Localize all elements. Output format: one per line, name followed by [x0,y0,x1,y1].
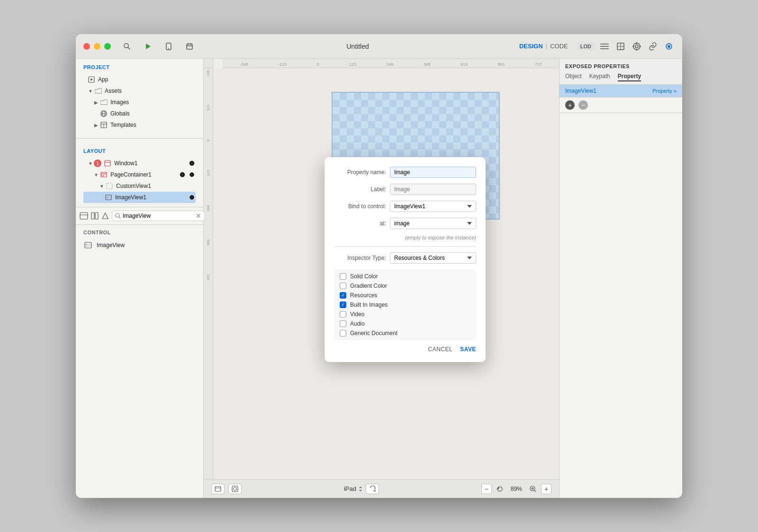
audio-checkbox[interactable] [340,320,346,327]
sidebar-item-window1[interactable]: ▼ 1 Window1 [83,158,196,169]
imageview-control-label: ImageView [97,242,196,248]
tab-object[interactable]: Object [565,73,582,81]
svg-marker-2 [146,44,151,49]
calendar-icon[interactable] [183,40,196,53]
pagecontainer1-add-icon[interactable] [179,171,186,178]
ruler-area: -246 -123 0 123 246 368 614 891 737 [204,59,559,68]
svg-point-43 [191,174,193,176]
video-checkbox[interactable] [340,311,346,318]
rotate-device-icon[interactable] [366,484,379,494]
remove-property-button[interactable]: − [578,100,588,110]
sidebar-item-globals[interactable]: Globals [83,108,196,119]
checkbox-built-in-images[interactable]: ✓ Built In Images [340,301,470,308]
magic-icon[interactable] [663,41,675,52]
checkbox-resources[interactable]: ✓ Resources [340,292,470,299]
templates-arrow: ▶ [93,122,99,128]
images-arrow: ▶ [93,99,99,106]
control-search-box[interactable]: ✕ [112,211,205,221]
imageview1-settings-icon[interactable] [188,194,196,201]
built-in-images-checkbox[interactable]: ✓ [340,301,346,308]
bottom-left-panel: ✕ [76,207,203,498]
templates-label: Templates [110,122,196,128]
search-button[interactable] [120,40,134,53]
props-tabs: Object Keypath Property [565,73,677,81]
dialog-hint: (empty to expose the instance) [334,235,476,240]
list-icon[interactable] [599,41,610,52]
fullscreen-button[interactable] [104,43,111,50]
zoom-in-button[interactable]: + [541,484,551,494]
svg-line-55 [119,217,120,218]
frame-icon-1[interactable] [211,484,225,494]
search-clear-button[interactable]: ✕ [196,212,201,220]
imageview1-icon [104,193,113,202]
generic-document-checkbox[interactable] [340,330,346,337]
tab-keypath[interactable]: Keypath [589,73,610,81]
solid-color-checkbox[interactable] [340,273,346,280]
pagecontainer1-settings-icon[interactable] [188,171,196,178]
panel-view-icon-3[interactable] [101,210,109,222]
window1-add-icon[interactable] [188,160,196,167]
props-selected-action[interactable]: Property » [652,88,677,94]
panel-view-icon-2[interactable] [91,210,99,222]
checkbox-gradient-color[interactable]: Gradient Color [340,283,470,289]
label-field-label: Label: [334,186,386,193]
close-button[interactable] [83,43,90,50]
resize-icon[interactable] [615,41,626,52]
sidebar-item-customview1[interactable]: ▼ CustomView1 [83,180,196,192]
checkbox-generic-document[interactable]: Generic Document [340,330,470,337]
zoom-search-icon[interactable] [528,484,538,494]
tab-property[interactable]: Property [618,73,641,81]
svg-line-1 [128,47,130,49]
sidebar-item-pagecontainer1[interactable]: ▼ PageContainer1 [83,169,196,180]
inspector-type-label: Inspector Type: [334,255,386,261]
device-icon[interactable] [162,40,175,53]
imageview1-label: ImageView1 [115,194,188,201]
canvas-bottom-bar: iPad − [204,479,559,498]
zoom-out-button[interactable]: − [481,484,492,494]
inspector-type-select[interactable]: Resources & Colors [390,252,476,264]
checkbox-solid-color[interactable]: Solid Color [340,273,470,280]
exposed-props-title: EXPOSED PROPERTIES [565,63,677,69]
sidebar-item-assets[interactable]: ▼ Assets [83,85,196,97]
svg-point-61 [86,244,87,245]
bind-control-select[interactable]: ImageView1 [390,201,476,212]
solid-color-label: Solid Color [350,273,378,280]
sidebar-item-imageview1[interactable]: ImageView1 [83,192,196,203]
sidebar-item-app[interactable]: App [83,74,196,85]
layout-section: LAYOUT ▼ 1 Window1 [76,142,203,207]
window1-badge: 1 [94,160,101,167]
panel-view-icon-1[interactable] [80,210,88,222]
checkbox-video[interactable]: Video [340,311,470,318]
target-icon[interactable] [631,41,642,52]
link-icon[interactable] [647,41,659,52]
checkbox-audio[interactable]: Audio [340,320,470,327]
assets-label: Assets [105,88,196,94]
property-name-input[interactable] [390,167,476,178]
frame-icon-2[interactable] [228,484,242,494]
zoom-refresh-icon[interactable] [495,484,505,494]
svg-rect-38 [105,173,106,174]
sidebar-item-images[interactable]: ▶ Images [83,97,196,108]
control-search-input[interactable] [123,213,194,219]
dialog-row-property-name: Property name: [334,167,476,178]
label-input[interactable] [390,184,476,195]
at-select[interactable]: image [390,218,476,229]
device-selector[interactable]: iPad [344,485,363,492]
dialog-actions: CANCEL SAVE [334,346,476,353]
minimize-button[interactable] [94,43,100,50]
add-property-button[interactable]: + [565,100,575,110]
design-tab[interactable]: DESIGN [519,43,543,50]
save-button[interactable]: SAVE [460,346,476,353]
play-button[interactable] [141,40,154,53]
gradient-color-checkbox[interactable] [340,283,346,289]
svg-rect-52 [95,213,98,219]
imageview-control-item[interactable]: ImageView [83,239,196,251]
customview1-label: CustomView1 [116,183,196,189]
pagecontainer1-arrow: ▼ [93,171,99,178]
lod-badge[interactable]: LOD [578,43,594,50]
code-tab[interactable]: CODE [550,43,568,50]
cancel-button[interactable]: CANCEL [428,346,453,353]
built-in-images-label: Built In Images [350,301,388,308]
sidebar-item-templates[interactable]: ▶ Templates [83,119,196,131]
resources-checkbox[interactable]: ✓ [340,292,346,299]
